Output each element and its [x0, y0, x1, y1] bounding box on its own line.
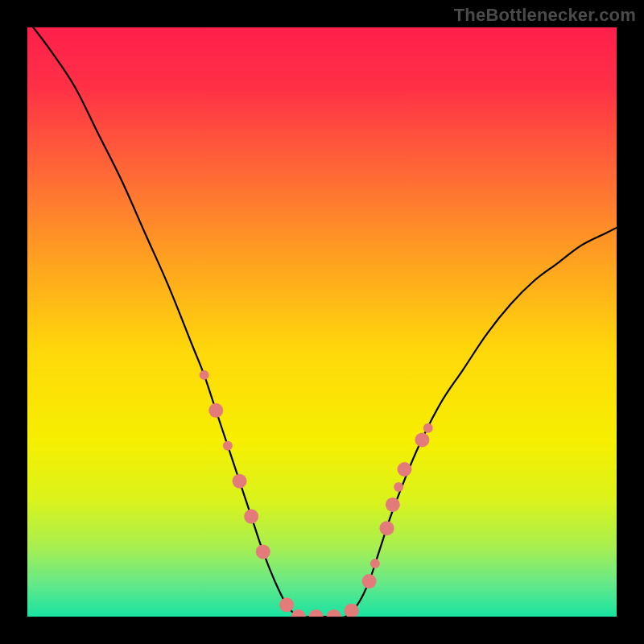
highlight-point	[397, 462, 411, 477]
highlight-point	[279, 597, 294, 612]
highlight-point	[380, 521, 394, 535]
highlight-point	[370, 559, 380, 568]
chart-svg	[27, 27, 617, 617]
plot-area	[27, 27, 617, 617]
highlight-point	[200, 370, 209, 380]
highlight-point	[423, 423, 433, 433]
highlight-point	[362, 574, 377, 588]
gradient-background	[27, 27, 617, 617]
highlight-point	[223, 441, 233, 451]
highlight-point	[233, 474, 247, 489]
chart-frame: TheBottlenecker.com	[0, 0, 644, 644]
highlight-point	[208, 403, 223, 418]
highlight-point	[256, 544, 270, 559]
highlight-point	[386, 497, 400, 512]
watermark-label: TheBottlenecker.com	[454, 5, 636, 26]
highlight-point	[394, 482, 403, 492]
highlight-point	[415, 432, 429, 447]
highlight-point	[244, 510, 258, 524]
